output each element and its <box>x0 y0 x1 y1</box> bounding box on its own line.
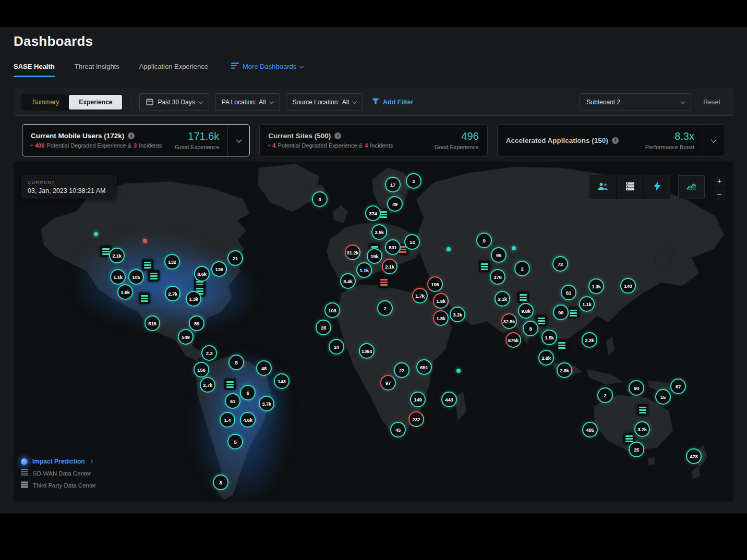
map-marker[interactable]: 143 <box>274 373 290 389</box>
map-marker[interactable]: 478 <box>686 448 702 464</box>
map-marker[interactable]: 2.2k <box>582 332 597 348</box>
data-center-icon[interactable] <box>142 259 153 271</box>
map-marker[interactable]: 2.1k <box>495 291 510 307</box>
info-icon[interactable]: i <box>128 132 135 139</box>
kpi-card-accelerated-apps[interactable]: Accelerated Applications (150) i 8.3x Pe… <box>497 124 725 156</box>
map-marker[interactable]: 32.5k <box>501 313 517 329</box>
map-marker[interactable]: 196 <box>427 276 443 292</box>
map-marker[interactable]: 3.7k <box>259 396 274 411</box>
map-marker[interactable]: 6 <box>240 385 256 400</box>
map-marker[interactable]: 1364 <box>359 343 375 359</box>
map-marker[interactable]: 2.8k <box>557 362 572 378</box>
data-center-icon[interactable] <box>224 379 236 390</box>
zoom-in-button[interactable]: + <box>714 175 725 187</box>
map-marker[interactable]: 103 <box>324 302 340 318</box>
map-marker[interactable]: 1.4 <box>220 412 235 428</box>
map-marker[interactable]: 651 <box>416 359 432 375</box>
map-marker[interactable]: 3.2k <box>634 421 650 437</box>
source-location-dropdown[interactable]: Source Location: All <box>286 93 363 111</box>
map-marker[interactable]: 232 <box>408 411 424 427</box>
map-marker[interactable]: 3 <box>312 191 328 207</box>
tab-sase-health[interactable]: SASE Health <box>14 63 55 77</box>
map-marker[interactable]: 19k <box>367 248 382 264</box>
map-marker[interactable]: 22 <box>394 362 409 378</box>
kpi-card-mobile-users[interactable]: Current Mobile Users (172k) i 400 Potent… <box>22 124 250 156</box>
data-center-icon[interactable] <box>139 293 150 304</box>
add-filter-button[interactable]: Add Filter <box>372 98 413 106</box>
data-center-icon[interactable] <box>517 291 529 303</box>
map-marker[interactable]: 21 <box>227 250 243 266</box>
map-marker[interactable]: 1.8k <box>433 293 449 309</box>
map-marker[interactable]: 90 <box>553 305 569 320</box>
map-marker[interactable]: 9.8k <box>518 303 534 319</box>
map-marker[interactable]: 374 <box>365 205 381 221</box>
map-marker[interactable]: 1.3k <box>186 291 201 307</box>
map-marker[interactable]: 31.2k <box>345 245 360 260</box>
map-marker[interactable]: 1.1k <box>110 269 126 285</box>
map-marker[interactable]: 2 <box>377 300 393 316</box>
map-marker[interactable]: 2.1k <box>109 248 125 263</box>
pa-location-dropdown[interactable]: PA Location: All <box>215 93 280 111</box>
map-marker[interactable]: 549 <box>178 329 194 345</box>
map-marker[interactable]: 25 <box>629 442 644 457</box>
map-marker[interactable]: 2.8k <box>538 350 554 366</box>
map-marker[interactable]: 3.2k <box>450 307 465 322</box>
map-marker[interactable]: 105 <box>128 269 144 285</box>
map-marker[interactable]: 5 <box>228 355 244 370</box>
date-range-picker[interactable]: Past 30 Days <box>139 93 209 111</box>
map-marker[interactable]: 1.1k <box>579 296 595 312</box>
map-marker[interactable]: 89 <box>189 315 204 331</box>
map-marker[interactable]: 1.7k <box>412 288 428 303</box>
map-marker[interactable]: 2.3 <box>201 345 217 361</box>
map-marker[interactable]: 61 <box>225 393 240 409</box>
reset-button[interactable]: Reset <box>703 99 720 106</box>
data-center-layer-button[interactable] <box>617 175 643 199</box>
map-marker[interactable]: 831 <box>385 239 401 255</box>
map-marker[interactable]: 5.4k <box>340 273 356 289</box>
world-map-panel[interactable]: 2.1k132211368.6k1051.1k1.6k2.7k1.3k51689… <box>14 162 733 502</box>
experience-toggle[interactable]: Experience <box>69 95 122 109</box>
map-marker[interactable]: 675k <box>505 332 521 348</box>
map-marker[interactable]: 2.7k <box>200 377 215 393</box>
map-marker[interactable]: 1.6k <box>117 284 133 300</box>
map-marker[interactable]: 8 <box>523 321 538 336</box>
map-marker[interactable]: 2 <box>406 173 421 189</box>
map-marker[interactable]: 5 <box>227 434 243 449</box>
map-marker[interactable]: 140 <box>620 278 636 294</box>
map-marker[interactable]: 14 <box>404 234 420 250</box>
map-marker[interactable]: 376 <box>490 269 505 285</box>
data-center-icon[interactable] <box>148 270 160 282</box>
map-marker[interactable]: 15 <box>655 389 671 405</box>
map-marker[interactable]: 149 <box>410 392 426 407</box>
info-icon[interactable]: i <box>612 137 619 144</box>
users-layer-button[interactable] <box>589 175 616 199</box>
map-marker[interactable]: 8.6k <box>194 266 210 282</box>
map-marker[interactable]: 1.3k <box>588 278 604 294</box>
map-marker[interactable]: 132 <box>164 254 180 270</box>
map-marker[interactable]: 3.5k <box>371 224 387 240</box>
map-marker[interactable]: 48 <box>256 360 272 376</box>
kpi-expand-button[interactable] <box>703 125 725 156</box>
map-marker[interactable]: 485 <box>582 422 598 437</box>
tab-threat-insights[interactable]: Threat Insights <box>75 63 119 77</box>
map-marker[interactable]: 1.1k <box>356 262 372 278</box>
impact-prediction-link[interactable]: Impact Prediction <box>21 458 96 465</box>
degraded-data-center-icon[interactable] <box>378 276 390 288</box>
map-marker[interactable]: 24 <box>329 339 344 355</box>
map-marker[interactable]: 2 <box>514 261 530 276</box>
map-marker[interactable]: 136 <box>211 261 227 277</box>
map-marker[interactable]: 8 <box>213 474 228 490</box>
map-marker[interactable]: 61 <box>561 285 576 300</box>
data-center-icon[interactable] <box>556 339 568 351</box>
map-marker[interactable]: 72 <box>552 256 568 272</box>
data-center-icon[interactable] <box>637 404 648 416</box>
map-marker[interactable]: 17 <box>385 177 401 192</box>
info-icon[interactable]: i <box>334 132 341 139</box>
map-marker[interactable]: 2.1k <box>382 259 397 274</box>
map-marker[interactable]: 60 <box>629 380 644 396</box>
map-marker[interactable]: 67 <box>670 379 686 394</box>
map-marker[interactable]: 45 <box>390 422 406 437</box>
subtenant-select[interactable]: Subtenant 2 <box>580 93 691 111</box>
map-marker[interactable]: 28 <box>316 320 331 335</box>
map-marker[interactable]: 1.8k <box>433 310 449 326</box>
